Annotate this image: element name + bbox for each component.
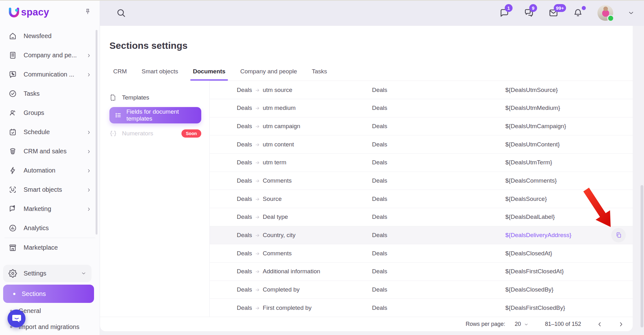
sidebar-item-smart-objects[interactable]: Smart objects [0,180,100,199]
entity-cell: Deals [372,159,505,166]
pin-icon[interactable] [83,8,92,17]
sidebar-item-marketplace[interactable]: Marketplace [0,238,100,257]
braces-icon [109,130,117,137]
sidebar-item-analytics[interactable]: Analytics [0,219,100,238]
sidebar-item-marketing[interactable]: Marketing [0,199,100,219]
bullet-icon [13,293,15,295]
table-row: Deals utm term Deals ${DealsUtmTerm} [210,154,633,172]
entity-cell: Deals [372,123,505,130]
variable-text: ${DealsSource} [505,196,547,202]
prev-page-button[interactable] [596,321,603,328]
arrow-right-icon [255,232,260,238]
field-section: Deals [237,87,252,94]
variable-cell: ${DealsFirstClosedBy} [505,304,633,311]
tab-company-and-people[interactable]: Company and people [240,68,297,81]
arrow-right-icon [255,178,260,184]
field-name: Completed by [263,286,300,293]
bell-icon[interactable] [573,8,583,18]
sidebar-item-schedule[interactable]: Schedule [0,122,100,142]
tab-crm[interactable]: CRM [113,68,127,81]
copy-variable-button[interactable] [611,228,626,242]
sidebar-item-automation[interactable]: Automation [0,161,100,180]
variable-text: ${DealsUtmTerm} [505,159,552,166]
pagination-range: 81–100 of 152 [545,321,581,327]
page-title: Sections settings [100,32,633,51]
sidebar-item-label: Analytics [24,224,49,232]
tab-smart-objects[interactable]: Smart objects [142,68,178,81]
rows-per-page-select[interactable]: 20 [515,321,529,327]
variable-cell: ${DealsUtmCampaign} [505,123,633,130]
field-name: Country, city [263,232,296,239]
entity-cell: Deals [372,87,505,94]
field-section: Deals [237,123,252,130]
sidebar-item-label: Communication ... [24,71,74,78]
table-row: Deals Comments Deals ${DealsClosedAt} [210,244,633,263]
group-chat-icon[interactable]: 9 [524,8,534,18]
field-name: utm campaign [263,123,300,130]
sidebar-item-communication[interactable]: Communication ... [0,65,100,84]
chat-icon[interactable]: 1 [499,8,509,18]
page-scrollbar[interactable] [641,185,643,327]
fields-table: Deals utm source Deals ${DealsUtmSource}… [210,81,633,317]
notification-badge: 99+ [554,4,566,12]
field-cell: Deals Deal type [237,213,372,220]
table-row: Deals Deal type Deals ${DealsDealLabel} [210,208,633,226]
sidebar-item-label: Import and migrations [19,323,79,331]
arrow-right-icon [255,87,260,93]
field-cell: Deals Additional information [237,268,372,275]
table-row: Deals Additional information Deals ${Dea… [210,263,633,281]
variable-cell: ${DealsUtmMedium} [505,105,633,111]
field-cell: Deals utm campaign [237,123,372,130]
sidebar-item-label: Groups [24,109,44,116]
sidebar-item-newsfeed[interactable]: Newsfeed [0,26,100,46]
crm-stack-icon [8,147,17,156]
subnav-item-templates[interactable]: Templates [109,91,201,105]
field-cell: Deals Source [237,196,372,202]
sidebar-item-settings[interactable]: Settings [3,265,92,282]
lightning-icon [8,166,17,175]
field-section: Deals [237,196,252,202]
table-row: Deals Source Deals ${DealsSource} [210,190,633,208]
notification-dot [582,6,586,10]
sidebar-item-label: Schedule [24,128,50,136]
sidebar-item-company-and-pe[interactable]: Company and pe... [0,46,100,65]
tab-documents[interactable]: Documents [193,68,225,81]
variable-cell: ${DealsDealLabel} [505,213,633,220]
copy-icon [615,231,622,239]
sidebar-item-label: Settings [24,270,46,277]
sidebar-item-groups[interactable]: Groups [0,103,100,122]
sidebar-item-sections[interactable]: Sections [3,285,94,303]
subnav-item-numerators: Numerators Soon [109,127,201,140]
subnav-item-fields-for-document-templates[interactable]: Fields for document templates [109,107,201,123]
table-row: Deals First completed by Deals ${DealsFi… [210,299,633,317]
variable-cell: ${DealsUtmContent} [505,141,633,148]
online-status-dot [607,15,614,22]
mail-icon[interactable]: 99+ [548,8,558,18]
field-cell: Deals utm content [237,141,372,148]
main-area: 1999+ Sections settings CRMSmart objects… [100,0,644,335]
sidebar-item-tasks[interactable]: Tasks [0,84,100,103]
tab-tasks[interactable]: Tasks [312,68,327,81]
chevron-right-icon [86,53,92,58]
pagination-bar: Rows per page: 20 81–100 of 152 [100,317,633,331]
chevron-down-icon [81,270,86,276]
uspacy-logo[interactable]: spacy [8,6,49,19]
chevron-right-icon [86,149,92,154]
avatar[interactable] [597,5,613,21]
field-section: Deals [237,250,252,257]
variable-text: ${DealsFirstClosedBy} [505,304,565,311]
sidebar-item-label: Newsfeed [24,32,52,40]
sidebar-item-crm-and-sales[interactable]: CRM and sales [0,142,100,161]
messenger-launcher[interactable] [8,309,25,327]
smart-object-icon [8,185,17,194]
search-icon[interactable] [116,8,126,18]
next-page-button[interactable] [618,321,625,328]
entity-cell: Deals [372,286,505,293]
field-name: Deal type [263,213,288,220]
people-icon [8,109,17,117]
field-cell: Deals First completed by [237,304,372,311]
field-cell: Deals Comments [237,250,372,257]
sidebar-scrollbar[interactable] [96,30,97,235]
chevron-down-icon[interactable] [628,9,635,16]
chevron-right-icon [86,206,92,212]
